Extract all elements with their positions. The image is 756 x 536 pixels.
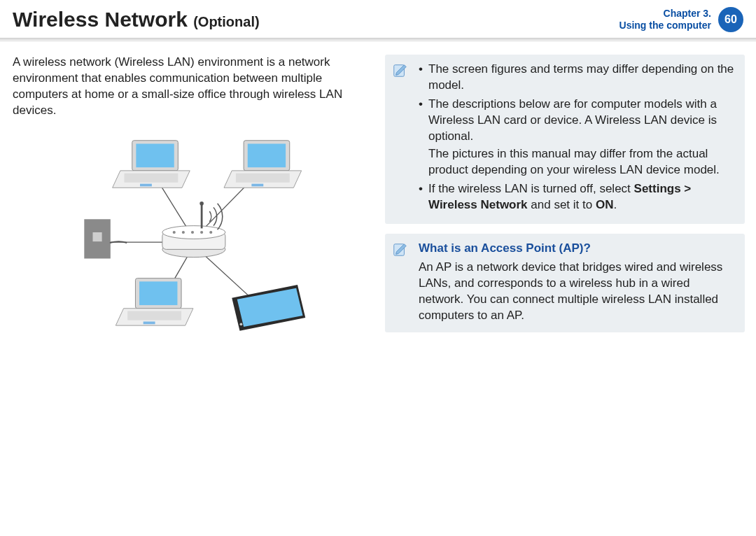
svg-point-16: [200, 202, 204, 206]
svg-rect-6: [93, 232, 102, 241]
laptop-icon: [224, 141, 302, 188]
note-icon: [392, 242, 407, 258]
svg-rect-21: [140, 183, 152, 186]
ap-heading: What is an Access Point (AP)?: [419, 241, 735, 257]
note-text: The descriptions below are for computer …: [428, 97, 717, 143]
access-point-icon: [162, 202, 225, 258]
note-list: The screen figures and terms may differ …: [419, 62, 735, 213]
svg-point-12: [191, 231, 194, 234]
note-item: If the wireless LAN is turned off, selec…: [419, 181, 735, 213]
note-subtext: The pictures in this manual may differ f…: [428, 146, 735, 178]
svg-rect-26: [251, 183, 263, 186]
intro-paragraph: A wireless network (Wireless LAN) enviro…: [13, 55, 372, 119]
tablet-icon: [232, 285, 305, 331]
chapter-label: Chapter 3.: [620, 8, 711, 20]
access-point-box: What is an Access Point (AP)? An AP is a…: [385, 234, 745, 332]
chapter-info: Chapter 3. Using the computer 60: [620, 7, 743, 32]
wall-jack-icon: [84, 219, 127, 258]
svg-point-10: [173, 231, 176, 234]
page-number-badge: 60: [718, 7, 743, 32]
svg-point-11: [182, 231, 185, 234]
laptop-icon: [115, 278, 193, 325]
ap-body: An AP is a network device that bridges w…: [419, 260, 735, 324]
network-diagram: [13, 127, 372, 337]
note-text-mid: and set it to: [528, 198, 596, 211]
svg-rect-28: [139, 281, 177, 305]
svg-rect-18: [136, 143, 174, 167]
right-column: The screen figures and terms may differ …: [385, 55, 745, 337]
content-area: A wireless network (Wireless LAN) enviro…: [0, 42, 756, 337]
svg-rect-23: [248, 143, 286, 167]
svg-point-13: [200, 231, 203, 234]
svg-rect-20: [125, 173, 178, 182]
page-header: Wireless Network (Optional) Chapter 3. U…: [0, 0, 756, 38]
left-column: A wireless network (Wireless LAN) enviro…: [13, 55, 372, 337]
laptop-icon: [113, 141, 190, 188]
note-text: The screen figures and terms may differ …: [428, 62, 734, 92]
svg-point-14: [209, 231, 212, 234]
note-text-post: .: [613, 198, 617, 211]
svg-rect-25: [236, 173, 290, 182]
page-title: Wireless Network (Optional): [13, 8, 260, 31]
svg-rect-31: [144, 321, 155, 324]
note-text-pre: If the wireless LAN is turned off, selec…: [428, 182, 634, 195]
svg-rect-30: [127, 311, 181, 320]
note-item: The screen figures and terms may differ …: [419, 62, 735, 94]
chapter-subtitle: Using the computer: [620, 20, 711, 31]
note-item: The descriptions below are for computer …: [419, 97, 735, 178]
note-icon: [392, 63, 407, 78]
title-tag: (Optional): [193, 14, 259, 29]
svg-point-34: [240, 323, 243, 325]
note-text-bold: ON: [596, 198, 614, 211]
title-main: Wireless Network: [13, 8, 188, 31]
note-box: The screen figures and terms may differ …: [385, 55, 745, 224]
